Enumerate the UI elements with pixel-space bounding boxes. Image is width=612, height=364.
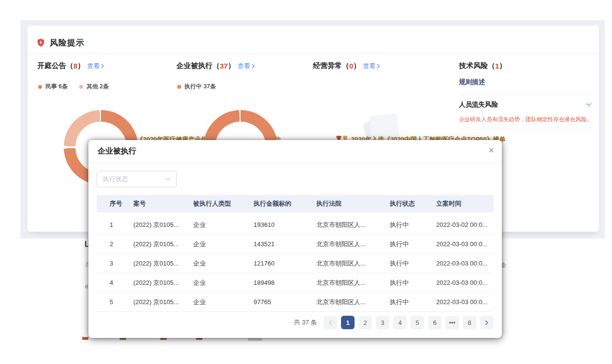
table-cell: 执行中 [384, 298, 431, 307]
section-title: 经营异常 [313, 61, 342, 70]
table-cell: 北京市朝阳区人... [311, 259, 384, 268]
view-link-abnormal[interactable]: 查看 [363, 62, 380, 70]
table-cell: 北京市朝阳区人... [311, 298, 384, 307]
table-cell: (2022) 京0105... [128, 279, 188, 287]
column-header: 执行法院 [311, 199, 384, 208]
table-cell: 2022-03-03 00:0... [431, 260, 494, 267]
table-cell: 4 [97, 279, 128, 286]
view-link-court[interactable]: 查看 [87, 62, 104, 70]
page-button-8[interactable]: 8 [463, 316, 476, 329]
table-cell: 1 [97, 221, 128, 228]
table-cell: (2022) 京0105... [128, 221, 188, 229]
section-enforced: 企业被执行 （37） 查看 [176, 61, 255, 70]
table-cell: (2022) 京0105... [128, 259, 188, 268]
chevron-down-icon [165, 178, 171, 181]
section-court-announcement: 开庭公告 （8） 查看 [37, 61, 104, 70]
table-cell: 97765 [248, 298, 311, 306]
prev-page-button[interactable] [324, 316, 337, 329]
page-button-1[interactable]: 1 [341, 316, 355, 329]
legend-enforced: 执行中 37条 [177, 83, 216, 91]
select-placeholder: 执行状态 [103, 175, 128, 183]
table-cell: 143521 [248, 240, 311, 248]
divider [459, 129, 592, 129]
chevron-right-icon [485, 320, 489, 325]
table-cell: 执行中 [384, 259, 431, 268]
table-header: 序号 案号 被执行人类型 执行金额标的 执行法院 执行状态 立案时间 [97, 195, 494, 212]
table-cell: 2022-03-03 00:0... [431, 279, 494, 286]
table-cell: 2 [97, 240, 128, 248]
chevron-right-icon [377, 64, 380, 69]
table-row[interactable]: 3 (2022) 京0105... 企业 121760 北京市朝阳区人... 执… [97, 254, 494, 273]
table-cell: 执行中 [384, 279, 431, 287]
chevron-right-icon [101, 64, 104, 69]
table-cell: 121760 [248, 260, 311, 267]
table-cell: (2022) 京0105... [128, 298, 188, 307]
next-page-button[interactable] [480, 316, 494, 329]
section-count: 37 [220, 62, 228, 70]
page-button-3[interactable]: 3 [376, 316, 389, 329]
section-title: 技术风险 [459, 61, 488, 70]
page-button-4[interactable]: 4 [393, 316, 407, 329]
page-button-more[interactable]: ••• [445, 316, 459, 329]
section-tech-risk: 技术风险 （1） [459, 61, 506, 70]
table-cell: 5 [97, 298, 128, 306]
table-cell: 企业 [188, 259, 248, 268]
table-cell: 3 [97, 260, 128, 267]
page-button-5[interactable]: 5 [411, 316, 424, 329]
rule-description-link[interactable]: 规则描述 [459, 78, 485, 86]
header-divider [28, 53, 599, 54]
table-cell: 企业 [188, 298, 248, 307]
table-cell: 企业 [188, 221, 248, 229]
column-header: 案号 [128, 199, 188, 208]
hidden-text-fragment: e [85, 283, 88, 290]
column-header: 立案时间 [431, 199, 494, 208]
chevron-down-icon[interactable] [586, 103, 592, 107]
risk-item-row[interactable]: 人员流失风险 [459, 100, 592, 109]
view-link-enforced[interactable]: 查看 [238, 62, 255, 70]
risk-item-name: 人员流失风险 [459, 100, 498, 109]
section-title: 企业被执行 [176, 61, 213, 70]
column-header: 执行金额标的 [248, 199, 311, 208]
pagination: 共 37 条 1 2 3 4 5 6 ••• 8 [294, 316, 494, 329]
modal-title: 企业被执行 [98, 146, 136, 156]
legend-dot [38, 85, 42, 89]
legend-dot [177, 85, 181, 89]
legend-court: 民事 6条 其他 2条 [38, 83, 109, 91]
table-row[interactable]: 5 (2022) 京0105... 企业 97765 北京市朝阳区人... 执行… [97, 293, 494, 312]
section-title: 开庭公告 [37, 61, 66, 70]
table-row[interactable]: 4 (2022) 京0105... 企业 189498 北京市朝阳区人... 执… [97, 273, 494, 293]
table-cell: (2022) 京0105... [128, 240, 188, 249]
page-button-6[interactable]: 6 [428, 316, 441, 329]
table-cell: 执行中 [384, 221, 431, 229]
close-icon[interactable]: × [488, 145, 494, 155]
modal-header-divider [88, 163, 502, 163]
table-cell: 2022-03-03 00:0... [431, 240, 494, 248]
enforced-detail-modal: 企业被执行 × 执行状态 序号 案号 被执行人类型 执行金额标的 执行法院 执行… [88, 140, 502, 338]
risk-item-description: 企业研发人员有流失趋势，团队稳定性存在潜在风险。 [459, 116, 592, 123]
section-count: 1 [495, 62, 499, 70]
table-cell: 北京市朝阳区人... [311, 221, 384, 229]
table-row[interactable]: 2 (2022) 京0105... 企业 143521 北京市朝阳区人... 执… [97, 235, 494, 254]
table-cell: 193610 [248, 221, 311, 228]
table-cell: 北京市朝阳区人... [311, 240, 384, 249]
table-row[interactable]: 1 (2022) 京0105... 企业 193610 北京市朝阳区人... 执… [97, 215, 494, 235]
hidden-chart-fragment [82, 337, 88, 340]
column-header: 序号 [97, 199, 128, 208]
pagination-total: 共 37 条 [294, 318, 317, 327]
chevron-right-icon [252, 64, 255, 69]
execution-status-select[interactable]: 执行状态 [97, 171, 177, 187]
column-header: 执行状态 [384, 199, 431, 208]
hidden-scrollbar-fragment [248, 338, 262, 341]
section-abnormal-operation: 经营异常 （0） 查看 [313, 61, 380, 70]
legend-dot [79, 85, 83, 89]
table-cell: 2022-03-03 00:0... [431, 298, 494, 306]
table-cell: 北京市朝阳区人... [311, 279, 384, 287]
section-count: 8 [73, 62, 77, 70]
section-count: 0 [349, 62, 353, 70]
column-header: 被执行人类型 [188, 199, 248, 208]
card-title: 风险提示 [50, 37, 85, 48]
page-button-2[interactable]: 2 [358, 316, 372, 329]
table-cell: 2022-03-02 00:0... [431, 221, 494, 228]
table-cell: 执行中 [384, 240, 431, 249]
table-cell: 企业 [188, 279, 248, 287]
